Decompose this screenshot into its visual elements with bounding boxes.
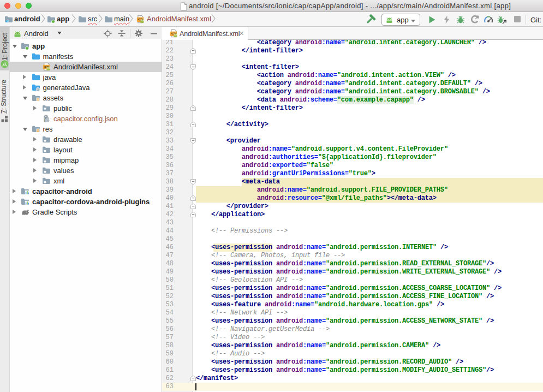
svg-text:{..}: {..} — [44, 118, 51, 122]
